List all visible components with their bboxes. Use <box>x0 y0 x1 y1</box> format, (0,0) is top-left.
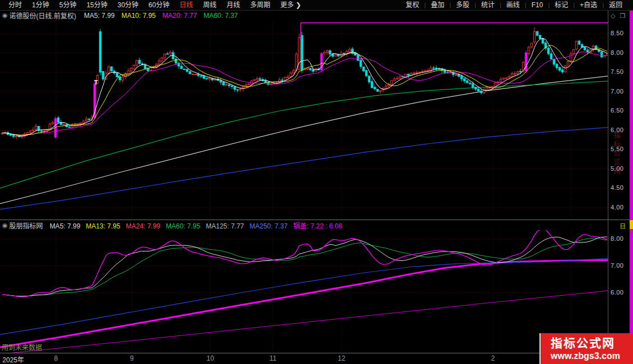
indicator-ma-label-4: MA125: 7.77 <box>206 222 244 230</box>
scrollbar-thumb[interactable] <box>630 220 633 229</box>
period-tab-月线[interactable]: 月线 <box>222 0 245 11</box>
site-watermark: 指标公式网 www.zbgs3.com <box>539 333 633 364</box>
main-price-label: 4.00 <box>611 204 623 211</box>
period-tab-5分钟[interactable]: 5分钟 <box>54 0 82 11</box>
period-tab-周线[interactable]: 周线 <box>198 0 221 11</box>
toolbar-item-F10[interactable]: F10 <box>527 0 548 11</box>
period-tab-日线[interactable]: 日线 <box>174 0 198 11</box>
main-price-label: 5.50 <box>611 146 623 152</box>
guogai-lower-line <box>0 291 608 353</box>
chart-corner-icons: ◇ ❐ <box>611 12 625 20</box>
toolbar-item-返回[interactable]: 返回 <box>604 0 627 11</box>
toolbar-item-复权[interactable]: 复权 <box>401 0 424 11</box>
time-axis[interactable]: 2025年8910111223 <box>0 353 608 364</box>
time-axis-label-2: 2 <box>491 354 495 362</box>
topbar-left: 分时1分钟5分钟15分钟30分钟60分钟日线周线月线多周期更多 ❯ <box>0 0 401 11</box>
stock-title[interactable]: 诺德股份(日线.前复权) <box>10 11 76 20</box>
ma10-line <box>2 45 607 135</box>
main-gridlines <box>0 20 608 220</box>
indicator-panel-header: ◉ 股朋指标网 MA5: 7.99MA13: 7.95MA24: 7.99MA6… <box>0 220 608 230</box>
period-tab-分时[interactable]: 分时 <box>3 0 27 11</box>
period-tab-15分钟[interactable]: 15分钟 <box>81 0 112 11</box>
toolbar-item-画线[interactable]: 画线 <box>501 0 525 11</box>
scrollbar-strip[interactable] <box>630 11 633 364</box>
topbar-right: 复权|叠加|多股|统计|画线|F10|标记|+自选|返回 <box>401 0 633 11</box>
toolbar-item-标记[interactable]: 标记 <box>550 0 573 11</box>
trading-app-window: 分时1分钟5分钟15分钟30分钟60分钟日线周线月线多周期更多 ❯ 复权|叠加|… <box>0 0 633 364</box>
time-axis-label-8: 8 <box>54 354 58 362</box>
watermark-site-name: 指标公式网 <box>551 336 633 351</box>
collapse-panel-icon[interactable]: ◉ <box>2 12 8 19</box>
indicator-ma-label-2: MA24: 7.99 <box>126 222 160 230</box>
time-axis-label-10: 10 <box>207 354 214 362</box>
indicator-ma-label-3: MA60: 7.95 <box>166 222 200 230</box>
main-chart-title-row: ◉ 诺德股份(日线.前复权) MA5: 7.99MA10: 7.95MA20: … <box>0 11 608 20</box>
indicator-title[interactable]: 股朋指标网 <box>10 221 43 230</box>
indicator-ma-label-1: MA13: 7.95 <box>86 222 120 230</box>
period-tab-多周期[interactable]: 多周期 <box>245 0 276 11</box>
main-price-label: 6.50 <box>611 107 623 114</box>
top-menu-bar: 分时1分钟5分钟15分钟30分钟60分钟日线周线月线多周期更多 ❯ 复权|叠加|… <box>0 0 633 11</box>
watermark-site-url: www.zbgs3.com <box>551 351 633 362</box>
main-price-label: 6.00 <box>611 127 623 133</box>
main-price-label: 8.50 <box>611 30 623 36</box>
indicator-price-label: 7.00 <box>611 262 623 269</box>
future-data-note: 用到未来数据 <box>2 342 42 352</box>
period-badge: 日 <box>620 221 626 230</box>
period-tab-30分钟[interactable]: 30分钟 <box>113 0 143 11</box>
ma125-line <box>0 76 608 204</box>
period-tab-更多 ❯[interactable]: 更多 ❯ <box>276 0 306 11</box>
time-axis-label-9: 9 <box>130 354 134 362</box>
t-marker: T <box>94 79 98 86</box>
indicator-chart[interactable] <box>0 230 608 353</box>
time-axis-label-11: 11 <box>269 354 276 362</box>
main-ma-labels: MA5: 7.99MA10: 7.95MA20: 7.77MA60: 7.37 <box>84 12 245 20</box>
window-restore-icon[interactable]: ❐ <box>620 12 625 20</box>
indicator-ma250-line <box>0 259 608 335</box>
main-price-label: 5.00 <box>611 165 623 172</box>
toolbar-item-多股[interactable]: 多股 <box>451 0 474 11</box>
main-price-label: 8.00 <box>611 49 623 56</box>
guogai-upper-line <box>0 260 608 347</box>
collapse-panel-icon[interactable]: ◉ <box>2 222 8 229</box>
price-axis-border <box>608 11 608 364</box>
main-price-label: 4.50 <box>611 184 623 191</box>
main-ma-label-0: MA5: 7.99 <box>84 12 115 20</box>
diamond-marker-icon[interactable]: ◇ <box>611 12 615 20</box>
main-ma-label-2: MA20: 7.77 <box>162 12 197 20</box>
time-axis-label-2025年: 2025年 <box>2 354 24 364</box>
toolbar-item-+自选[interactable]: +自选 <box>575 0 602 11</box>
time-axis-label-12: 12 <box>338 354 345 362</box>
indicator-ma-label-0: MA5: 7.99 <box>50 222 81 230</box>
period-tab-1分钟[interactable]: 1分钟 <box>27 0 54 11</box>
main-price-label: 7.50 <box>611 68 623 75</box>
high-price-line <box>301 23 608 40</box>
main-ma-label-3: MA60: 7.37 <box>203 12 238 20</box>
toolbar-item-统计[interactable]: 统计 <box>476 0 500 11</box>
indicator-ma24-line <box>2 238 607 296</box>
indicator-price-label: 8.00 <box>611 235 623 242</box>
indicator-ma13-line <box>2 237 607 296</box>
main-ma-label-1: MA10: 7.95 <box>122 12 156 20</box>
indicator-price-label: 6.00 <box>611 289 623 296</box>
indicator-gridlines <box>0 230 608 353</box>
indicator-ma-labels: MA5: 7.99MA13: 7.95MA24: 7.99MA60: 7.95M… <box>50 221 348 230</box>
toolbar-item-叠加[interactable]: 叠加 <box>426 0 449 11</box>
ma250-line <box>0 128 608 209</box>
period-tab-60分钟[interactable]: 60分钟 <box>143 0 174 11</box>
indicator-ma-label-6: 锅盖: 7.22 : 6.08 <box>294 222 342 230</box>
main-candlestick-chart[interactable]: T <box>0 20 608 220</box>
indicator-ma-label-5: MA250: 7.37 <box>250 222 288 230</box>
ma20-line <box>2 52 607 136</box>
main-price-label: 7.00 <box>611 88 623 95</box>
